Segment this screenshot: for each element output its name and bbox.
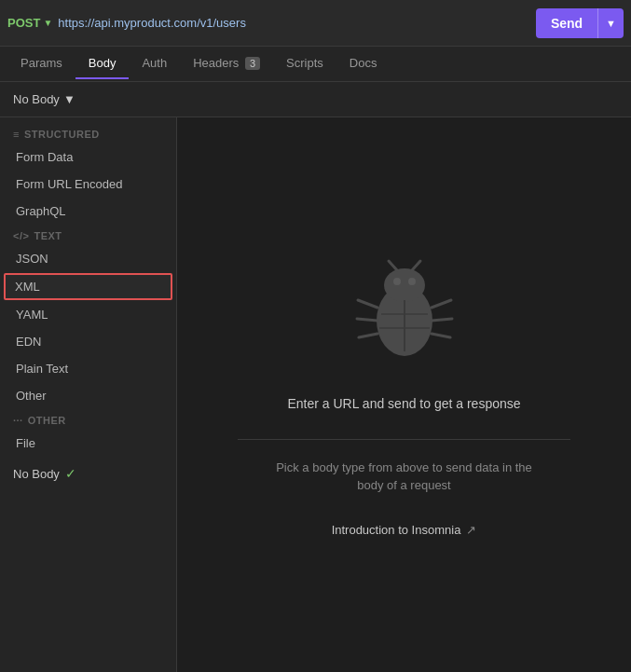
svg-line-6 (358, 300, 377, 308)
sidebar-item-plain-text[interactable]: Plain Text (0, 355, 176, 382)
text-icon: </> (13, 230, 29, 241)
sidebar-item-form-data[interactable]: Form Data (0, 144, 176, 171)
no-body-label-text: No Body (13, 92, 60, 106)
send-button-group: Send ▼ (536, 8, 624, 38)
tab-headers-label: Headers (193, 56, 239, 70)
section-text: </> TEXT (0, 225, 176, 245)
no-body-selector[interactable]: No Body ▼ (13, 92, 75, 106)
content-title: Enter a URL and send to get a response (287, 396, 520, 411)
method-button[interactable]: POST ▼ (7, 16, 52, 30)
no-body-chevron-icon: ▼ (63, 92, 75, 106)
svg-line-8 (359, 334, 377, 337)
bug-icon-container (344, 254, 465, 368)
section-other-label: OTHER (28, 415, 66, 426)
intro-link-text: Introduction to Insomnia (332, 523, 461, 537)
sidebar-item-graphql[interactable]: GraphQL (0, 198, 176, 225)
bug-icon (344, 254, 465, 365)
svg-line-4 (389, 261, 397, 270)
sidebar-item-other[interactable]: Other (0, 382, 176, 409)
sidebar-item-json[interactable]: JSON (0, 245, 176, 272)
sidebar: ≡ STRUCTURED Form Data Form URL Encoded … (0, 117, 177, 672)
url-input[interactable] (58, 16, 530, 30)
tab-auth[interactable]: Auth (129, 48, 180, 79)
sidebar-item-file[interactable]: File (0, 430, 176, 457)
intro-link[interactable]: Introduction to Insomnia ↗ (332, 523, 477, 537)
content-panel: Enter a URL and send to get a response P… (177, 117, 631, 672)
tab-body[interactable]: Body (75, 48, 130, 79)
section-structured: ≡ STRUCTURED (0, 123, 176, 144)
method-label: POST (7, 16, 40, 30)
svg-line-10 (432, 319, 452, 321)
content-divider (238, 439, 571, 440)
section-text-label: TEXT (34, 230, 62, 241)
sidebar-item-form-url-encoded[interactable]: Form URL Encoded (0, 171, 176, 198)
tab-docs[interactable]: Docs (336, 48, 391, 79)
sidebar-item-yaml[interactable]: YAML (0, 301, 176, 328)
content-description: Pick a body type from above to send data… (265, 459, 544, 495)
svg-line-7 (357, 319, 377, 321)
section-other: ··· OTHER (0, 409, 176, 430)
tab-headers[interactable]: Headers 3 (180, 48, 273, 79)
svg-point-2 (393, 278, 401, 285)
method-chevron-icon: ▼ (43, 18, 52, 28)
svg-line-11 (432, 334, 450, 337)
svg-point-3 (408, 278, 416, 285)
svg-point-1 (384, 268, 425, 302)
no-body-bar: No Body ▼ (0, 82, 631, 117)
no-body-check-icon: ✓ (65, 466, 76, 481)
send-dropdown-button[interactable]: ▼ (598, 8, 624, 38)
tab-scripts[interactable]: Scripts (273, 48, 336, 79)
tabs-bar: Params Body Auth Headers 3 Scripts Docs (0, 47, 631, 82)
section-structured-label: STRUCTURED (24, 129, 100, 140)
svg-line-9 (432, 300, 451, 308)
send-button[interactable]: Send (536, 8, 597, 38)
other-icon: ··· (13, 415, 23, 426)
headers-badge: 3 (245, 57, 260, 70)
url-bar: POST ▼ Send ▼ (0, 0, 631, 47)
no-body-bottom[interactable]: No Body ✓ (0, 457, 176, 490)
structured-icon: ≡ (13, 129, 20, 140)
sidebar-item-edn[interactable]: EDN (0, 328, 176, 355)
no-body-bottom-label: No Body (13, 467, 60, 481)
main-area: ≡ STRUCTURED Form Data Form URL Encoded … (0, 117, 631, 672)
sidebar-item-xml[interactable]: XML (4, 273, 172, 300)
svg-line-5 (412, 261, 420, 270)
external-link-icon: ↗ (466, 523, 476, 537)
tab-params[interactable]: Params (7, 48, 75, 79)
